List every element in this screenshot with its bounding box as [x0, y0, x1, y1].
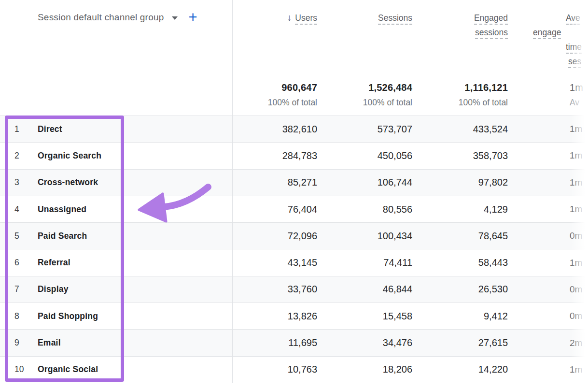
totals-sessions: 1,526,484 100% of total: [317, 82, 412, 108]
row-users-value: 284,783: [233, 150, 317, 161]
row-avg-engagement-time: 1m: [508, 258, 588, 268]
row-engaged-value: 9,412: [412, 311, 508, 322]
row-rank: 6: [0, 258, 38, 268]
row-rank: 10: [0, 364, 38, 375]
table-row: 10 Organic Social 10,763 18,206 14,220 1…: [0, 357, 588, 383]
totals-spacer-dimension: [38, 82, 233, 108]
row-users-value: 10,763: [233, 364, 317, 375]
row-sessions-value: 106,744: [317, 177, 412, 188]
column-divider: [232, 0, 233, 383]
row-sessions-value: 450,056: [317, 150, 412, 161]
row-rank: 9: [0, 338, 38, 348]
row-channel-label: Display: [38, 284, 233, 294]
row-avg-engagement-time: 1m: [508, 364, 588, 375]
row-sessions-value: 80,556: [317, 204, 412, 215]
avg-header-frag3: time: [566, 42, 582, 52]
column-header-avg-engagement-time[interactable]: Ave engage time ses: [508, 11, 588, 40]
table-row: 1 Direct 382,610 573,707 433,524 1m: [0, 116, 588, 143]
row-engaged-value: 358,703: [412, 150, 508, 161]
table-row: 4 Unassigned 76,404 80,556 4,129 1m: [0, 196, 588, 223]
column-header-engaged-sessions[interactable]: Engaged sessions: [412, 11, 508, 40]
row-channel-label: Direct: [38, 124, 233, 134]
row-engaged-value: 433,524: [412, 124, 508, 135]
header-spacer-dimension: [38, 11, 233, 40]
row-rank: 4: [0, 204, 38, 215]
row-rank: 3: [0, 177, 38, 188]
row-engaged-value: 27,615: [412, 337, 508, 348]
row-rank: 5: [0, 231, 38, 241]
avg-header-frag2: engage: [533, 27, 561, 38]
table-row: 5 Paid Search 72,096 100,434 78,645 0m: [0, 223, 588, 249]
table-row: 8 Paid Shopping 13,826 15,458 9,412 0m: [0, 303, 588, 330]
row-avg-engagement-time: 1m: [508, 177, 588, 188]
row-avg-engagement-time: 1m: [508, 150, 588, 161]
row-rank: 8: [0, 311, 38, 321]
totals-row: 960,647 100% of total 1,526,484 100% of …: [0, 82, 588, 108]
avg-header-frag1: Ave: [566, 13, 580, 23]
row-engaged-value: 4,129: [412, 204, 508, 215]
header-spacer-rank: [0, 11, 38, 40]
table-row: 9 Email 11,695 34,476 27,615 2m: [0, 330, 588, 356]
row-engaged-value: 14,220: [412, 364, 508, 375]
row-users-value: 11,695: [233, 337, 317, 348]
row-users-value: 43,145: [233, 257, 317, 268]
row-users-value: 72,096: [233, 231, 317, 242]
totals-sessions-value: 1,526,484: [317, 82, 412, 93]
engaged-header-label1[interactable]: Engaged: [474, 13, 508, 25]
table-row: 3 Cross-network 85,271 106,744 97,802 1m: [0, 170, 588, 196]
row-engaged-value: 78,645: [412, 231, 508, 242]
row-rank: 7: [0, 284, 38, 294]
table-row: 2 Organic Search 284,783 450,056 358,703…: [0, 143, 588, 169]
row-channel-label: Organic Social: [38, 364, 233, 375]
row-channel-label: Referral: [38, 258, 233, 268]
row-avg-engagement-time: 1m: [508, 124, 588, 134]
engaged-header-label2[interactable]: sessions: [475, 28, 508, 39]
table-body: 1 Direct 382,610 573,707 433,524 1m 2 Or…: [0, 116, 588, 383]
row-users-value: 382,610: [233, 124, 317, 135]
metric-header-row: ↓Users Sessions Engaged sessions Ave eng…: [0, 11, 588, 40]
row-users-value: 33,760: [233, 284, 317, 295]
totals-users-value: 960,647: [233, 82, 317, 93]
totals-avg-engagement-time: 1m Av: [508, 82, 588, 108]
row-users-value: 85,271: [233, 177, 317, 188]
row-channel-label: Email: [38, 338, 233, 348]
row-sessions-value: 46,844: [317, 284, 412, 295]
row-avg-engagement-time: 2m: [508, 338, 588, 348]
row-sessions-value: 34,476: [317, 337, 412, 348]
totals-engaged-sessions: 1,116,121 100% of total: [412, 82, 508, 108]
row-users-value: 13,826: [233, 311, 317, 322]
row-sessions-value: 18,206: [317, 364, 412, 375]
row-channel-label: Organic Search: [38, 151, 233, 161]
column-header-sessions[interactable]: Sessions: [317, 11, 412, 40]
avg-header-frag4: ses: [568, 56, 581, 67]
row-channel-label: Cross-network: [38, 177, 233, 188]
row-channel-label: Paid Shopping: [38, 311, 233, 321]
row-avg-engagement-time: 0m: [508, 231, 588, 241]
row-sessions-value: 74,411: [317, 257, 412, 268]
row-avg-engagement-time: 0m: [508, 284, 588, 295]
totals-sessions-sublabel: 100% of total: [317, 98, 412, 108]
totals-avg-sublabel: Av: [570, 98, 588, 108]
row-avg-engagement-time: 0m: [508, 311, 588, 321]
users-header-label[interactable]: Users: [295, 13, 317, 25]
row-engaged-value: 97,802: [412, 177, 508, 188]
totals-spacer-rank: [0, 82, 38, 108]
totals-engaged-sublabel: 100% of total: [412, 98, 508, 108]
row-sessions-value: 573,707: [317, 124, 412, 135]
table-row: 7 Display 33,760 46,844 26,530 0m: [0, 276, 588, 303]
row-channel-label: Unassigned: [38, 204, 233, 215]
row-sessions-value: 100,434: [317, 231, 412, 242]
sessions-header-label[interactable]: Sessions: [378, 13, 412, 25]
totals-users: 960,647 100% of total: [233, 82, 317, 108]
row-avg-engagement-time: 1m: [508, 204, 588, 215]
column-header-users[interactable]: ↓Users: [233, 11, 317, 40]
row-engaged-value: 58,443: [412, 257, 508, 268]
row-rank: 2: [0, 151, 38, 161]
table-row: 6 Referral 43,145 74,411 58,443 1m: [0, 249, 588, 276]
row-sessions-value: 15,458: [317, 311, 412, 322]
engaged-header-line2: sessions: [412, 25, 508, 40]
totals-engaged-value: 1,116,121: [412, 82, 508, 93]
row-engaged-value: 26,530: [412, 284, 508, 295]
sort-descending-icon[interactable]: ↓: [287, 13, 292, 23]
totals-avg-value: 1m: [570, 82, 588, 93]
